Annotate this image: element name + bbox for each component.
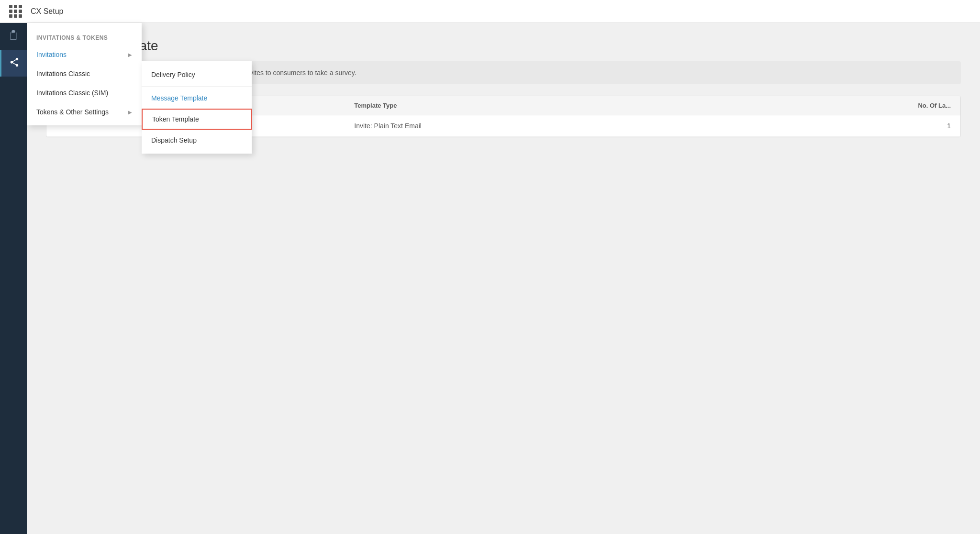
menu-item-tokens-settings[interactable]: Tokens & Other Settings ▶ — [27, 102, 142, 122]
col-type: Template Type — [354, 102, 802, 109]
cell-langs: 1 — [802, 122, 951, 130]
grid-menu-button[interactable] — [8, 4, 23, 19]
submenu-item-message-template[interactable]: Message Template — [142, 89, 252, 108]
share-icon — [9, 57, 20, 69]
invitations-menu-panel: Invitations & Tokens Invitations ▶ Invit… — [27, 23, 142, 125]
menu-item-invitations-classic-sim[interactable]: Invitations Classic (SIM) — [27, 83, 142, 102]
col-langs: No. Of La... — [802, 102, 951, 109]
menu-item-invitations-classic[interactable]: Invitations Classic — [27, 64, 142, 83]
sidebar — [0, 0, 27, 534]
submenu-item-dispatch-setup[interactable]: Dispatch Setup — [142, 131, 252, 150]
grid-icon — [9, 5, 22, 18]
chevron-right-icon: ▶ — [128, 52, 132, 57]
menu-section-title: Invitations & Tokens — [27, 27, 142, 45]
menu-item-invitations[interactable]: Invitations ▶ — [27, 45, 142, 64]
page-title: Message Template — [46, 38, 961, 54]
chevron-right-icon-2: ▶ — [128, 110, 132, 115]
sidebar-item-share[interactable] — [0, 50, 27, 77]
cell-type: Invite: Plain Text Email — [354, 122, 802, 130]
sidebar-item-clipboard[interactable] — [0, 23, 27, 50]
clipboard-icon — [8, 30, 19, 43]
submenu-item-token-template[interactable]: Token Template — [142, 109, 252, 130]
submenu-item-delivery-policy[interactable]: Delivery Policy — [142, 65, 252, 84]
menu-divider-1 — [142, 86, 252, 87]
app-title: CX Setup — [31, 7, 63, 16]
invitations-submenu-panel: Delivery Policy Message Template Token T… — [142, 61, 252, 154]
top-bar: CX Setup — [0, 0, 980, 23]
